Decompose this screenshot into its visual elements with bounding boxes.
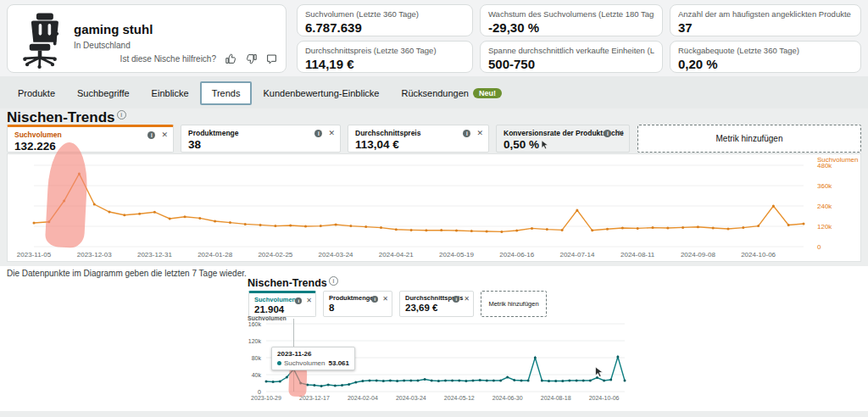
svg-text:0: 0 xyxy=(258,389,261,395)
trend-card-konversionsrate[interactable]: Konversionsrate der Produktsuche 0,50 % … xyxy=(496,125,630,153)
trend-card-durchschnittspreis[interactable]: Durchschnittspreis 113,04 € i✕ xyxy=(348,125,489,153)
trend-card-suchvolumen[interactable]: Suchvolumen 132.226 i✕ xyxy=(7,125,174,153)
svg-text:2024-02-25: 2024-02-25 xyxy=(258,251,292,259)
svg-text:2024-07-14: 2024-07-14 xyxy=(559,251,594,259)
svg-text:2024-10-06: 2024-10-06 xyxy=(589,395,620,401)
trend-card-label: Produktmenge xyxy=(188,129,333,137)
subtrend-card-value: 8 xyxy=(329,303,387,313)
tab-bar: Produkte Suchbegriffe Einblicke Trends K… xyxy=(7,81,513,105)
info-icon[interactable]: i xyxy=(604,130,611,137)
metric-value: 500-750 xyxy=(488,57,654,71)
svg-text:2023-12-03: 2023-12-03 xyxy=(77,251,112,259)
tab-trends[interactable]: Trends xyxy=(200,81,253,105)
svg-text:2024-10-06: 2024-10-06 xyxy=(741,251,776,259)
bottom-band xyxy=(0,411,868,417)
info-icon[interactable]: i xyxy=(329,276,338,286)
thumbs-down-icon[interactable] xyxy=(246,53,257,64)
chart-tooltip: 2023-11-26 Suchvolumen 53.061 xyxy=(271,347,355,370)
svg-text:2024-09-08: 2024-09-08 xyxy=(681,251,715,259)
new-badge: Neu! xyxy=(473,88,502,98)
svg-text:2024-06-30: 2024-06-30 xyxy=(492,395,523,401)
feedback-icon[interactable] xyxy=(266,53,277,64)
trend-card-label: Suchvolumen xyxy=(14,131,166,139)
subtrend-card-value: 21.904 xyxy=(254,304,310,314)
tab-suchbegriffe[interactable]: Suchbegriffe xyxy=(66,81,141,105)
svg-text:80k: 80k xyxy=(252,355,262,361)
info-icon[interactable]: i xyxy=(314,130,322,137)
metric-value: 6.787.639 xyxy=(305,20,465,35)
metric-card-units-sold-range: Spanne durchschnittlich verkaufte Einhei… xyxy=(480,41,663,73)
metric-label: Rückgabequote (Letzte 360 Tage) xyxy=(678,46,853,55)
info-icon[interactable]: i xyxy=(463,130,470,137)
svg-text:2024-06-16: 2024-06-16 xyxy=(499,251,534,259)
metric-label: Spanne durchschnittlich verkaufte Einhei… xyxy=(488,46,654,55)
metric-label: Suchvolumen (Letzte 360 Tage) xyxy=(305,9,465,19)
metric-label: Anzahl der am häufigsten angeklickten Pr… xyxy=(678,9,853,19)
tab-ruecksendungen[interactable]: RücksendungenNeu! xyxy=(390,81,513,105)
svg-text:2024-01-28: 2024-01-28 xyxy=(198,251,232,259)
tab-kundenbewertung-einblicke[interactable]: Kundenbewertung-Einblicke xyxy=(252,81,390,105)
tooltip-series: Suchvolumen xyxy=(284,359,325,367)
gaming-chair-thumbnail xyxy=(19,12,69,70)
subtrend-card-produktmenge[interactable]: Produktmenge 8 i✕ xyxy=(323,291,392,317)
svg-text:0: 0 xyxy=(817,243,821,251)
info-icon[interactable]: i xyxy=(117,110,126,120)
helpful-prompt: Ist diese Nische hilfreich? xyxy=(120,54,216,64)
thumbs-up-icon[interactable] xyxy=(225,53,236,64)
metric-card-top-clicked-products: Anzahl der am häufigsten angeklickten Pr… xyxy=(670,4,861,36)
close-icon[interactable]: ✕ xyxy=(464,295,470,303)
svg-text:40k: 40k xyxy=(252,372,262,378)
series-dot xyxy=(277,361,281,365)
svg-text:2024-04-21: 2024-04-21 xyxy=(379,251,414,259)
trend-card-value: 0,50 % xyxy=(504,138,622,151)
metric-card-search-volume: Suchvolumen (Letzte 360 Tage) 6.787.639 xyxy=(297,4,473,36)
info-icon[interactable]: i xyxy=(147,131,155,139)
tooltip-date: 2023-11-26 xyxy=(277,350,349,358)
metric-label: Durchschnittspreis (Letzte 360 Tage) xyxy=(305,46,465,55)
trend-card-value: 38 xyxy=(188,138,333,151)
niche-trends-chart[interactable]: 0120k240k360k480kSuchvolumen2023-11-0520… xyxy=(7,153,861,262)
metric-value: 0,20 % xyxy=(678,57,853,71)
metric-label: Wachstum des Suchvolumens (Letzte 180 Ta… xyxy=(488,9,654,19)
info-icon[interactable]: i xyxy=(295,297,302,304)
mouse-cursor xyxy=(594,366,604,378)
close-icon[interactable]: ✕ xyxy=(306,297,312,304)
niche-header-card: gaming stuhl In Deutschland Ist diese Ni… xyxy=(7,4,287,73)
close-icon[interactable]: ✕ xyxy=(617,130,624,137)
metric-card-search-growth: Wachstum des Suchvolumens (Letzte 180 Ta… xyxy=(480,4,663,36)
trend-card-value: 132.226 xyxy=(14,140,166,153)
subtrend-card-suchvolumen[interactable]: Suchvolumen 21.904 i✕ xyxy=(248,291,316,317)
subtrend-card-durchschnittspreis[interactable]: Durchschnittspreis 23,69 € i✕ xyxy=(399,291,474,317)
svg-text:2024-08-11: 2024-08-11 xyxy=(620,251,655,259)
svg-text:2023-11-05: 2023-11-05 xyxy=(17,251,52,259)
chart-footnote: Die Datenpunkte im Diagramm geben die le… xyxy=(7,269,247,278)
close-icon[interactable]: ✕ xyxy=(161,131,168,139)
subtrend-card-value: 23,69 € xyxy=(405,303,468,313)
close-icon[interactable]: ✕ xyxy=(476,130,483,137)
tab-label: Rücksendungen xyxy=(401,88,469,98)
close-icon[interactable]: ✕ xyxy=(328,130,335,137)
metric-value: 114,19 € xyxy=(305,57,465,71)
svg-text:2024-05-19: 2024-05-19 xyxy=(439,251,474,259)
add-metric-button[interactable]: Metrik hinzufügen xyxy=(637,125,861,153)
tab-einblicke[interactable]: Einblicke xyxy=(141,81,200,105)
trend-card-produktmenge[interactable]: Produktmenge 38 i✕ xyxy=(181,125,341,153)
svg-text:2024-03-24: 2024-03-24 xyxy=(319,251,353,259)
info-icon[interactable]: i xyxy=(453,296,459,303)
close-icon[interactable]: ✕ xyxy=(382,295,388,303)
svg-text:Suchvolumen: Suchvolumen xyxy=(817,156,858,164)
heading-text: Nischen-Trends xyxy=(248,277,327,289)
svg-text:Suchvolumen: Suchvolumen xyxy=(248,315,287,321)
tab-produkte[interactable]: Produkte xyxy=(7,81,66,105)
info-icon[interactable]: i xyxy=(371,296,378,303)
metric-value: -29,30 % xyxy=(488,20,654,35)
add-metric-button[interactable]: Metrik hinzufügen xyxy=(481,291,547,317)
mouse-cursor-icon xyxy=(541,140,548,150)
svg-text:2023-12-17: 2023-12-17 xyxy=(299,395,330,401)
niche-region: In Deutschland xyxy=(74,41,131,50)
tooltip-value: 53.061 xyxy=(329,359,349,367)
heading-text: Nischen-Trends xyxy=(7,109,115,125)
svg-text:120k: 120k xyxy=(248,338,262,344)
svg-text:2024-02-04: 2024-02-04 xyxy=(348,395,378,401)
section-heading-niche-trends: Nischen-Trendsi xyxy=(7,109,126,126)
